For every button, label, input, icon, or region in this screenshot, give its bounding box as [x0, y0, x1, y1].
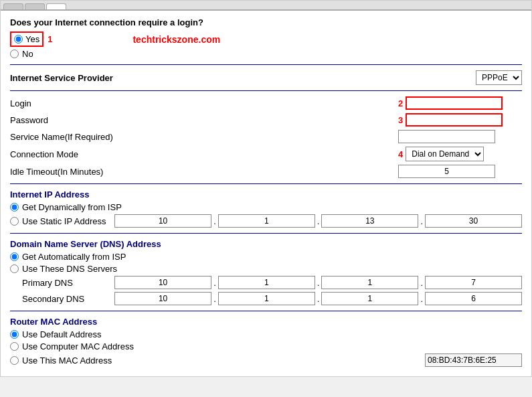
secondary-dns-fields: . . . — [114, 292, 522, 305]
badge-2: 2 — [398, 98, 403, 108]
primary-dns-row: Primary DNS . . . — [10, 276, 522, 289]
isp-row: Internet Service Provider PPPoE PPTP L2T… — [10, 70, 522, 85]
use-computer-mac-radio[interactable] — [10, 342, 19, 351]
dot2: . — [317, 216, 321, 226]
use-these-dns-label: Use These DNS Servers — [22, 264, 117, 274]
connection-mode-select[interactable]: Dial on Demand Always On Manual — [406, 147, 484, 161]
password-row: Password 3 — [10, 113, 522, 127]
get-auto-dns-label: Get Automatically from ISP — [22, 252, 126, 262]
primary-dns-c[interactable] — [321, 276, 418, 289]
dot3: . — [420, 216, 424, 226]
get-auto-dns-radio[interactable] — [10, 252, 19, 261]
dot1: . — [213, 216, 217, 226]
mac-header: Router MAC Address — [10, 317, 522, 327]
no-radio[interactable] — [10, 50, 19, 58]
no-label: No — [22, 49, 33, 59]
isp-label: Internet Service Provider — [10, 73, 113, 83]
tab-1[interactable] — [3, 3, 23, 9]
isp-select[interactable]: PPPoE PPTP L2TP — [476, 70, 522, 85]
primary-dns-a[interactable] — [114, 276, 211, 289]
static-ip-row: Use Static IP Address . . . — [10, 214, 522, 228]
use-these-dns-row: Use These DNS Servers — [10, 264, 522, 274]
tab-bar — [1, 1, 531, 11]
secondary-dns-d[interactable] — [425, 292, 522, 305]
static-ip-b[interactable] — [218, 214, 315, 228]
use-this-mac-row: Use This MAC Address — [10, 353, 522, 367]
dot6: . — [420, 278, 424, 288]
static-ip-d[interactable] — [425, 214, 522, 228]
get-dynamic-radio[interactable] — [10, 203, 19, 212]
use-default-mac-label: Use Default Address — [22, 329, 102, 339]
static-ip-radio[interactable] — [10, 217, 19, 226]
primary-dns-label: Primary DNS — [22, 278, 73, 288]
primary-dns-d[interactable] — [425, 276, 522, 289]
static-ip-fields: . . . — [114, 214, 522, 228]
tab-3[interactable] — [46, 3, 66, 9]
yes-radio[interactable] — [14, 35, 23, 44]
dot8: . — [317, 294, 321, 304]
use-this-mac-label: Use This MAC Address — [22, 355, 112, 366]
badge-4: 4 — [398, 149, 403, 159]
connection-mode-row: Connection Mode 4 Dial on Demand Always … — [10, 147, 522, 161]
primary-dns-fields: . . . — [114, 276, 522, 289]
secondary-dns-c[interactable] — [321, 292, 418, 305]
dot5: . — [317, 278, 321, 288]
secondary-dns-b[interactable] — [218, 292, 315, 305]
connection-mode-label: Connection Mode — [10, 149, 398, 159]
login-label: Login — [10, 98, 398, 108]
badge-3: 3 — [398, 115, 403, 125]
login-question: Does your Internet connection require a … — [10, 17, 522, 27]
internet-ip-header: Internet IP Address — [10, 189, 522, 200]
use-computer-mac-row: Use Computer MAC Address — [10, 341, 522, 351]
static-ip-label: Use Static IP Address — [22, 216, 106, 226]
secondary-dns-row: Secondary DNS . . . — [10, 292, 522, 305]
mac-address-input[interactable] — [425, 353, 522, 367]
password-label: Password — [10, 115, 398, 125]
tab-2[interactable] — [25, 3, 45, 9]
dot9: . — [420, 294, 424, 304]
use-computer-mac-label: Use Computer MAC Address — [22, 341, 134, 351]
badge-1: 1 — [48, 34, 52, 44]
watermark-text: techtrickszone.com — [132, 34, 220, 45]
password-input[interactable] — [406, 113, 503, 127]
secondary-dns-a[interactable] — [114, 292, 211, 305]
use-this-mac-radio[interactable] — [10, 356, 19, 365]
login-input[interactable] — [406, 96, 503, 110]
secondary-dns-label: Secondary DNS — [22, 294, 84, 304]
get-dynamic-row: Get Dynamically from ISP — [10, 202, 522, 212]
primary-dns-b[interactable] — [218, 276, 315, 289]
use-default-mac-row: Use Default Address — [10, 329, 522, 339]
get-dynamic-label: Get Dynamically from ISP — [22, 202, 122, 212]
yes-label: Yes — [25, 34, 39, 44]
service-name-row: Service Name(If Required) — [10, 130, 522, 143]
static-ip-a[interactable] — [114, 214, 211, 228]
idle-timeout-row: Idle Timeout(In Minutes) — [10, 165, 522, 178]
login-row: Login 2 — [10, 96, 522, 110]
dns-header: Domain Name Server (DNS) Address — [10, 239, 522, 249]
dot4: . — [213, 278, 217, 288]
idle-timeout-input[interactable] — [398, 165, 495, 178]
dot7: . — [213, 294, 217, 304]
use-default-mac-radio[interactable] — [10, 330, 19, 339]
service-name-label: Service Name(If Required) — [10, 132, 398, 142]
use-these-dns-radio[interactable] — [10, 264, 19, 273]
static-ip-c[interactable] — [321, 214, 418, 228]
yes-option-box: Yes — [10, 31, 43, 47]
idle-timeout-label: Idle Timeout(In Minutes) — [10, 167, 398, 177]
get-auto-dns-row: Get Automatically from ISP — [10, 252, 522, 262]
service-name-input[interactable] — [398, 130, 495, 143]
no-option-row: No — [10, 49, 522, 59]
